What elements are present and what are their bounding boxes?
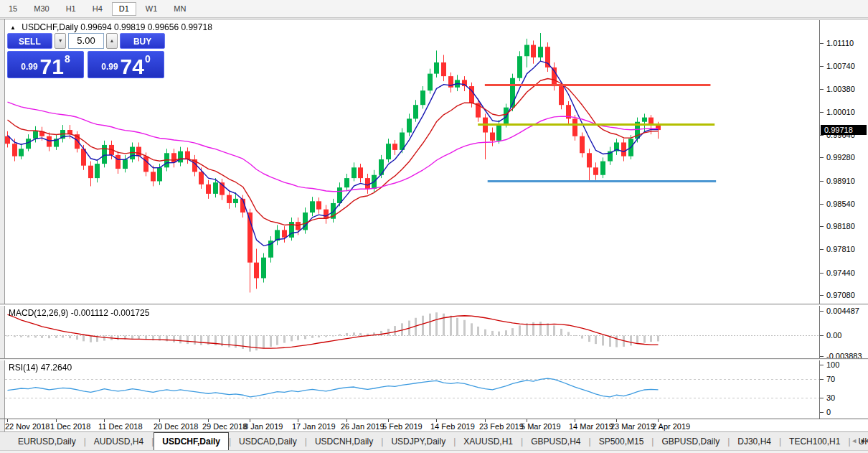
price-axis-label: 0.97080 bbox=[826, 291, 855, 299]
date-axis: 22 Nov 20181 Dec 201811 Dec 201820 Dec 2… bbox=[5, 419, 819, 431]
date-axis-label: 20 Dec 2018 bbox=[154, 422, 198, 431]
toolbar-timeframe-w1[interactable]: W1 bbox=[138, 2, 165, 16]
price-axis-label: 1.00380 bbox=[826, 85, 855, 93]
price-axis-label: 1.00740 bbox=[826, 62, 855, 70]
tab-gbpusd-h4[interactable]: GBPUSD,H4 bbox=[523, 432, 588, 450]
price-axis-tick bbox=[820, 89, 824, 90]
tab-xauusd-h1[interactable]: XAUUSD,H1 bbox=[456, 432, 521, 450]
date-axis-label: 8 Jan 2019 bbox=[244, 422, 283, 431]
buy-price-box[interactable]: 0.99 74 0 bbox=[88, 51, 164, 78]
price-axis-tick bbox=[820, 249, 824, 250]
toolbar-timeframe-m30[interactable]: M30 bbox=[27, 2, 56, 16]
price-axis-label: 1.01110 bbox=[826, 39, 854, 47]
volume-increase-button[interactable]: ▲ bbox=[106, 33, 118, 49]
date-axis-label: 14 Feb 2019 bbox=[430, 422, 475, 431]
tab-usdcad-daily[interactable]: USDCAD,Daily bbox=[231, 432, 305, 450]
rsi-axis: 10070300 bbox=[819, 360, 868, 419]
rsi-axis-tick bbox=[820, 365, 824, 365]
macd-axis-label: 0.00 bbox=[826, 331, 841, 340]
tab-scroll-arrows: ◄ ► bbox=[851, 431, 867, 450]
sell-price-pipette: 8 bbox=[65, 53, 70, 65]
tab-usdchf-daily[interactable]: USDCHF,Daily bbox=[154, 432, 229, 450]
sell-price-box[interactable]: 0.99 71 8 bbox=[7, 51, 84, 78]
sell-button[interactable]: SELL bbox=[7, 33, 52, 49]
price-axis-tick bbox=[820, 295, 824, 296]
collapse-icon[interactable]: ▲ bbox=[10, 24, 16, 31]
chart-symbol-label: USDCHF,Daily bbox=[22, 22, 78, 32]
date-axis-label: 23 Mar 2019 bbox=[610, 422, 655, 431]
rsi-axis-tick bbox=[820, 412, 824, 413]
status-strip bbox=[0, 450, 868, 453]
date-axis-label: 14 Mar 2019 bbox=[569, 422, 613, 431]
tab-gbpusd-daily[interactable]: GBPUSD,Daily bbox=[654, 432, 727, 450]
price-axis-label: 0.98910 bbox=[826, 177, 855, 185]
chart-title: ▲ USDCHF,Daily 0.99694 0.99819 0.99656 0… bbox=[10, 22, 212, 32]
price-axis: 1.011101.007401.003801.000100.996400.992… bbox=[819, 20, 868, 304]
toolbar-timeframe-mn[interactable]: MN bbox=[166, 2, 193, 16]
rsi-axis-tick bbox=[820, 379, 824, 380]
chart-tabs-bar: EURUSD,Daily|AUDUSD,H4|USDCHF,Daily|USDC… bbox=[0, 431, 868, 450]
price-axis-label: 0.99280 bbox=[826, 153, 855, 162]
sell-price-big-digits: 71 bbox=[40, 57, 64, 76]
volume-decrease-button[interactable]: ▼ bbox=[55, 33, 67, 49]
date-axis-label: 5 Mar 2019 bbox=[521, 422, 561, 431]
tab-usdjpy-daily[interactable]: USDJPY,Daily bbox=[383, 432, 453, 450]
volume-input[interactable]: 5.00 bbox=[68, 33, 103, 49]
price-axis-tick bbox=[820, 181, 824, 182]
price-axis-label: 0.97440 bbox=[826, 268, 855, 277]
tab-eurusd-daily[interactable]: EURUSD,Daily bbox=[10, 432, 84, 450]
tab-scroll-left-button[interactable]: ◄ bbox=[851, 431, 857, 450]
tab-tech100-h1[interactable]: TECH100,H1 bbox=[781, 432, 848, 450]
date-axis-label: 2 Apr 2019 bbox=[652, 422, 690, 431]
date-axis-label: 17 Jan 2019 bbox=[292, 422, 336, 431]
rsi-axis-tick bbox=[820, 398, 824, 398]
one-click-trading-panel: SELL ▼ 5.00 ▲ BUY 0.99 71 8 0.99 74 0 bbox=[7, 33, 165, 78]
tab-scroll-right-button[interactable]: ► bbox=[860, 431, 867, 450]
macd-axis-tick bbox=[820, 311, 824, 312]
price-axis-tick bbox=[820, 226, 824, 227]
window-top-border bbox=[0, 19, 868, 19]
tab-usdcnh-daily[interactable]: USDCNH,Daily bbox=[307, 432, 381, 450]
toolbar-timeframe-h4[interactable]: H4 bbox=[85, 2, 110, 16]
tab-audusd-h4[interactable]: AUDUSD,H4 bbox=[86, 432, 151, 450]
rsi-canvas[interactable] bbox=[5, 360, 819, 419]
date-axis-label: 5 Feb 2019 bbox=[382, 422, 423, 431]
price-axis-tick bbox=[820, 66, 824, 67]
toolbar-timeframe-15[interactable]: 15 bbox=[1, 2, 24, 16]
date-axis-label: 11 Dec 2018 bbox=[98, 422, 143, 431]
date-axis-label: 29 Dec 2018 bbox=[202, 422, 247, 431]
date-axis-label: 23 Feb 2019 bbox=[479, 422, 524, 431]
macd-axis-tick bbox=[820, 356, 824, 357]
price-axis-tick bbox=[820, 112, 824, 113]
rsi-axis-label: 100 bbox=[826, 360, 839, 369]
tab-dj30-h4[interactable]: DJ30,H4 bbox=[730, 432, 779, 450]
current-price-tag: 0.99718 bbox=[821, 125, 867, 135]
window-left-border bbox=[0, 19, 5, 431]
date-axis-label: 26 Jan 2019 bbox=[341, 422, 385, 431]
price-axis-tick bbox=[820, 157, 824, 158]
toolbar-timeframe-d1[interactable]: D1 bbox=[112, 2, 136, 16]
rsi-title: RSI(14) 47.2640 bbox=[9, 363, 72, 373]
price-axis-tick bbox=[820, 204, 824, 205]
sell-price-prefix: 0.99 bbox=[21, 62, 37, 72]
date-axis-label: 1 Dec 2018 bbox=[50, 422, 90, 431]
rsi-axis-label: 70 bbox=[826, 375, 835, 383]
date-axis-label: 22 Nov 2018 bbox=[5, 422, 49, 431]
macd-axis-tick bbox=[820, 335, 824, 336]
macd-title: MACD(12,26,9) -0.001112 -0.001725 bbox=[9, 308, 149, 318]
price-axis-tick bbox=[820, 135, 824, 136]
timeframe-toolbar: 15M30H1H4D1W1MN bbox=[0, 0, 868, 18]
macd-axis-label: 0.004487 bbox=[826, 307, 859, 315]
toolbar-timeframe-h1[interactable]: H1 bbox=[59, 2, 83, 16]
rsi-axis-label: 0 bbox=[826, 408, 831, 416]
price-axis-tick bbox=[820, 273, 824, 274]
macd-axis: 0.0044870.00-0.003883 bbox=[819, 306, 868, 358]
price-axis-label: 0.98180 bbox=[826, 222, 855, 230]
buy-price-big-digits: 74 bbox=[121, 57, 144, 76]
price-axis-label: 0.97810 bbox=[826, 245, 855, 253]
buy-price-prefix: 0.99 bbox=[101, 62, 118, 72]
tab-sp500-m15[interactable]: SP500,M15 bbox=[591, 432, 652, 450]
price-axis-label: 0.98540 bbox=[826, 200, 855, 208]
buy-button[interactable]: BUY bbox=[120, 33, 165, 49]
chart-ohlc-values: 0.99694 0.99819 0.99656 0.99718 bbox=[80, 22, 212, 32]
